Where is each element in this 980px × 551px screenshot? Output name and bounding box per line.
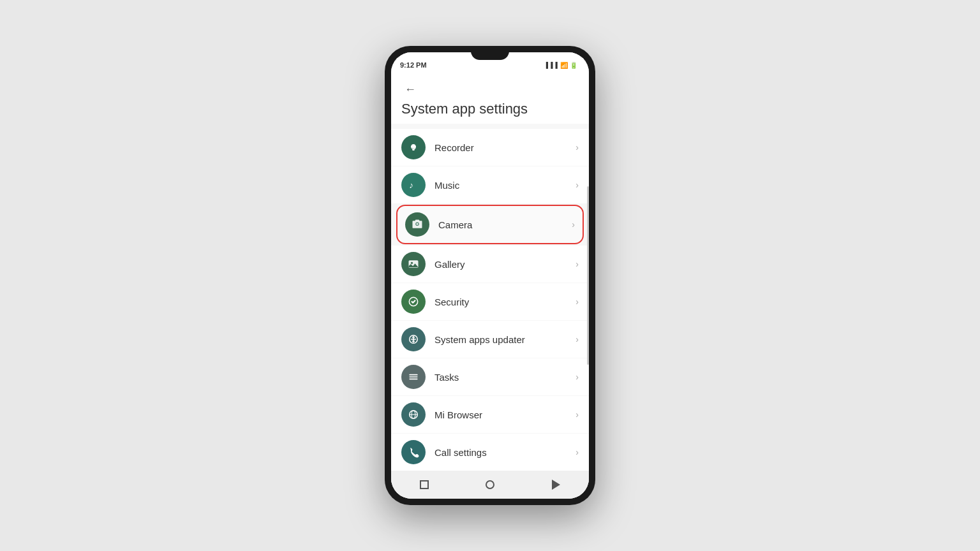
svg-rect-11 [409,379,417,380]
mi-browser-label: Mi Browser [434,409,575,420]
system-apps-updater-label: System apps updater [434,334,575,345]
back-arrow-icon: ← [405,83,416,96]
recorder-chevron: › [575,142,579,152]
list-item-call-settings[interactable]: Call settings › [391,434,589,471]
status-time: 9:12 PM [400,61,427,69]
page-header: ← System app settings [391,75,589,124]
music-label: Music [434,180,575,191]
back-triangle-icon [552,480,560,490]
system-apps-updater-icon [401,327,426,351]
call-settings-chevron: › [575,447,579,457]
phone-frame: 9:12 PM ▐▐▐ 📶 🔋 ← System app settings [385,46,595,505]
camera-label: Camera [438,219,572,230]
stop-icon [420,480,429,489]
system-apps-updater-chevron: › [575,334,579,344]
bottom-nav [391,471,589,499]
nav-home-button[interactable] [480,474,500,495]
svg-point-4 [416,223,418,225]
svg-rect-9 [409,374,417,376]
notch [471,46,509,60]
mi-browser-icon [401,402,426,427]
svg-rect-10 [409,376,417,378]
phone-screen: 9:12 PM ▐▐▐ 📶 🔋 ← System app settings [391,52,589,499]
back-button[interactable]: ← [401,80,419,98]
camera-chevron: › [572,219,575,230]
call-settings-label: Call settings [434,447,575,458]
content-area: ← System app settings Recorder › ♪ [391,75,589,499]
list-item-recorder[interactable]: Recorder › [391,129,589,166]
list-item-security[interactable]: Security › [391,283,589,320]
camera-icon [405,212,429,237]
list-item-music[interactable]: ♪ Music › [391,166,589,203]
mi-browser-chevron: › [575,409,579,420]
music-chevron: › [575,180,579,190]
list-item-gallery[interactable]: Gallery › [391,246,589,283]
scroll-indicator [587,186,589,365]
list-item-camera[interactable]: Camera › [396,205,584,244]
battery-icon: 🔋 [570,62,577,69]
security-chevron: › [575,297,579,307]
list-item-mi-browser[interactable]: Mi Browser › [391,396,589,433]
music-icon: ♪ [401,173,426,197]
svg-point-6 [411,262,413,264]
gallery-chevron: › [575,259,579,269]
tasks-label: Tasks [434,372,575,383]
nav-back-button[interactable] [546,474,566,495]
security-icon [401,290,426,314]
list-item-system-apps-updater[interactable]: System apps updater › [391,321,589,358]
tasks-chevron: › [575,372,579,382]
signal-icon: ▐▐▐ [544,62,558,68]
svg-text:♪: ♪ [409,180,413,190]
recorder-icon [401,135,426,159]
call-settings-icon [401,440,426,464]
status-icons: ▐▐▐ 📶 🔋 [544,62,577,69]
gallery-icon [401,252,426,276]
gallery-label: Gallery [434,259,575,270]
recorder-label: Recorder [434,142,575,153]
home-icon [486,480,494,489]
page-title: System app settings [401,101,579,117]
security-label: Security [434,297,575,307]
nav-stop-button[interactable] [414,474,434,495]
wifi-icon: 📶 [560,62,568,69]
list-item-tasks[interactable]: Tasks › [391,358,589,395]
tasks-icon [401,365,426,389]
settings-list: Recorder › ♪ Music › Camera [391,124,589,471]
